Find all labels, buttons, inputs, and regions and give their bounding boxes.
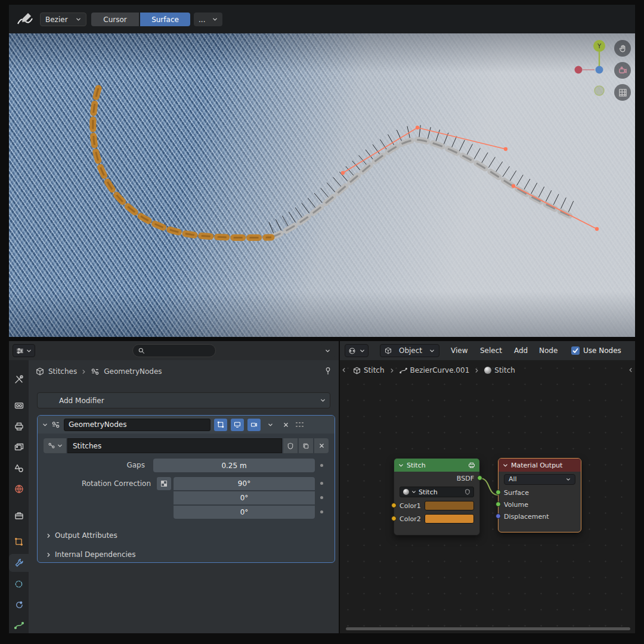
more-options-dropdown[interactable]: ... xyxy=(194,13,222,26)
world-icon xyxy=(14,484,24,494)
breadcrumb-object[interactable]: Stitches xyxy=(48,367,77,376)
breadcrumb-material[interactable]: Stitch xyxy=(484,366,515,374)
bsdf-output-socket[interactable] xyxy=(477,475,482,481)
tab-object-data[interactable] xyxy=(9,617,29,634)
remove-modifier-button[interactable] xyxy=(280,419,292,431)
tab-output[interactable] xyxy=(9,417,29,435)
node-group-selector: Stitches xyxy=(44,438,329,453)
breadcrumb-modifier[interactable]: GeometryNodes xyxy=(104,367,162,376)
tab-physics[interactable] xyxy=(9,575,29,593)
material-selector[interactable]: Stitch xyxy=(400,487,474,497)
editor-type-dropdown[interactable] xyxy=(13,344,35,357)
node-group-name-field[interactable]: Stitches xyxy=(67,438,282,453)
browse-node-group-button[interactable] xyxy=(44,438,66,453)
cursor-toggle-button[interactable]: Cursor xyxy=(91,13,139,26)
animate-dot[interactable] xyxy=(320,510,323,513)
rotation-z-slider[interactable]: 0° xyxy=(174,506,315,519)
animate-dot[interactable] xyxy=(320,482,323,485)
displacement-input-socket[interactable] xyxy=(496,513,501,519)
target-dropdown[interactable]: All xyxy=(504,474,575,485)
3d-viewport[interactable]: Bezier Cursor Surface ... xyxy=(9,5,635,337)
material-output-node[interactable]: Material Output All Surface Volume Displ… xyxy=(498,458,581,532)
unlink-button[interactable] xyxy=(314,438,329,453)
animate-dot[interactable] xyxy=(320,464,323,467)
tab-view-layer[interactable] xyxy=(9,438,29,456)
tab-tool[interactable] xyxy=(9,370,29,388)
hand-icon xyxy=(618,44,627,53)
stitch-node[interactable]: Stitch BSDF Stitch Color1 xyxy=(394,458,480,535)
menu-select[interactable]: Select xyxy=(478,341,504,360)
surface-toggle-button[interactable]: Surface xyxy=(140,13,190,26)
breadcrumb-object[interactable]: Stitch xyxy=(353,366,385,374)
collapse-chevron-icon[interactable] xyxy=(398,463,404,468)
displacement-row: Displacement xyxy=(499,510,581,522)
display-editmode-toggle[interactable] xyxy=(214,419,227,431)
close-icon xyxy=(283,422,289,428)
animate-dot[interactable] xyxy=(320,496,323,499)
volume-input-socket[interactable] xyxy=(496,501,501,507)
rotation-correction-label: Rotation Correction xyxy=(61,479,151,488)
color2-input-socket[interactable] xyxy=(391,516,397,521)
search-input[interactable] xyxy=(132,344,216,357)
breadcrumb-curve[interactable]: BezierCurve.001 xyxy=(400,366,470,374)
rotation-x-slider[interactable]: 90° xyxy=(174,477,315,490)
camera-view-button[interactable] xyxy=(614,62,631,79)
horizontal-scrollbar[interactable] xyxy=(346,627,630,630)
color2-swatch[interactable] xyxy=(425,514,474,524)
gizmo-y-neg-axis[interactable] xyxy=(595,86,604,95)
surface-input-socket[interactable] xyxy=(496,490,501,495)
fake-user-button[interactable] xyxy=(283,438,298,453)
gizmo-y-label: Y xyxy=(597,43,602,49)
menu-add[interactable]: Add xyxy=(512,341,530,360)
viewport-canvas[interactable]: Y xyxy=(9,33,635,337)
use-nodes-checkbox[interactable] xyxy=(571,346,580,355)
editor-type-dropdown[interactable] xyxy=(345,344,369,357)
tab-scene[interactable] xyxy=(9,459,29,477)
color1-input-socket[interactable] xyxy=(391,503,397,508)
modifier-name-input[interactable]: GeometryNodes xyxy=(64,419,210,431)
tab-world[interactable] xyxy=(9,480,29,498)
shader-breadcrumb: Stitch BezierCurve.001 Stitch xyxy=(353,363,515,377)
shield-icon[interactable] xyxy=(465,489,470,495)
output-attributes-section[interactable]: Output Attributes xyxy=(46,529,117,542)
chevron-down-icon xyxy=(76,17,81,22)
tab-constraints[interactable] xyxy=(9,596,29,614)
expand-chevron-icon[interactable] xyxy=(42,422,48,428)
region-collapse-left-icon[interactable] xyxy=(341,367,346,373)
chevron-down-icon xyxy=(57,443,63,448)
region-collapse-right-icon[interactable] xyxy=(628,367,633,373)
toggle-projection-button[interactable] xyxy=(614,84,631,101)
drag-grip[interactable] xyxy=(295,421,305,428)
stitch-node-header[interactable]: Stitch xyxy=(394,459,479,472)
add-modifier-dropdown[interactable]: Add Modifier xyxy=(37,392,330,408)
tab-object[interactable] xyxy=(9,532,29,550)
material-output-header[interactable]: Material Output xyxy=(499,459,581,472)
tab-collection[interactable] xyxy=(9,507,29,525)
new-copy-button[interactable] xyxy=(299,438,313,453)
gizmo-x-axis[interactable] xyxy=(575,66,583,74)
menu-view[interactable]: View xyxy=(448,341,470,360)
header-extras-dropdown[interactable] xyxy=(320,344,335,357)
display-render-toggle[interactable] xyxy=(247,419,261,431)
curve-type-dropdown[interactable]: Bezier xyxy=(40,13,86,26)
object-icon xyxy=(14,537,23,546)
bezier-handles[interactable] xyxy=(342,126,599,231)
color2-label: Color2 xyxy=(400,515,421,523)
tab-modifiers[interactable] xyxy=(9,554,29,572)
internal-dependencies-section[interactable]: Internal Dependencies xyxy=(46,548,135,561)
tab-render[interactable] xyxy=(9,397,29,414)
move-view-button[interactable] xyxy=(614,40,631,57)
gizmo-z-axis[interactable] xyxy=(596,66,603,74)
draw-curve-tool-icon[interactable] xyxy=(16,11,34,29)
use-attribute-toggle[interactable] xyxy=(157,477,171,490)
pin-icon[interactable] xyxy=(324,367,332,375)
shader-mode-dropdown[interactable]: Object xyxy=(380,344,439,357)
node-canvas[interactable]: Stitch BezierCurve.001 Stitch Stitch xyxy=(340,360,635,633)
menu-node[interactable]: Node xyxy=(537,341,560,360)
collapse-chevron-icon[interactable] xyxy=(503,463,508,468)
gaps-value-slider[interactable]: 0.25 m xyxy=(153,459,315,472)
display-realtime-toggle[interactable] xyxy=(231,419,244,431)
rotation-y-slider[interactable]: 0° xyxy=(174,491,315,504)
color1-swatch[interactable] xyxy=(425,501,474,510)
modifier-extras-dropdown[interactable] xyxy=(264,419,276,431)
